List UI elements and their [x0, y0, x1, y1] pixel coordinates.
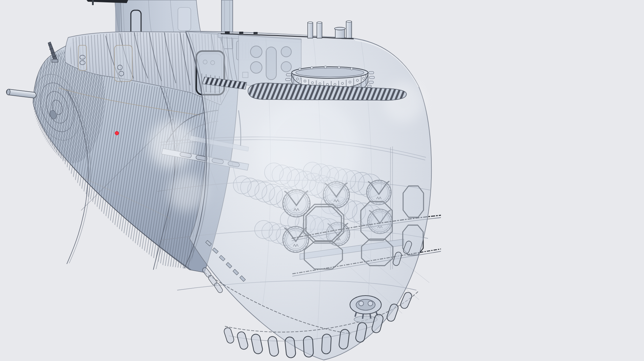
- model-canvas[interactable]: [0, 0, 644, 361]
- pipe-3: [346, 20, 352, 38]
- cad-3d-viewport[interactable]: [0, 0, 644, 361]
- pipe-1: [308, 22, 313, 38]
- pipe-2: [317, 22, 322, 38]
- sail-panel: [178, 7, 191, 31]
- pivot-marker: [115, 131, 119, 135]
- pipe-4-flanged: [335, 27, 346, 38]
